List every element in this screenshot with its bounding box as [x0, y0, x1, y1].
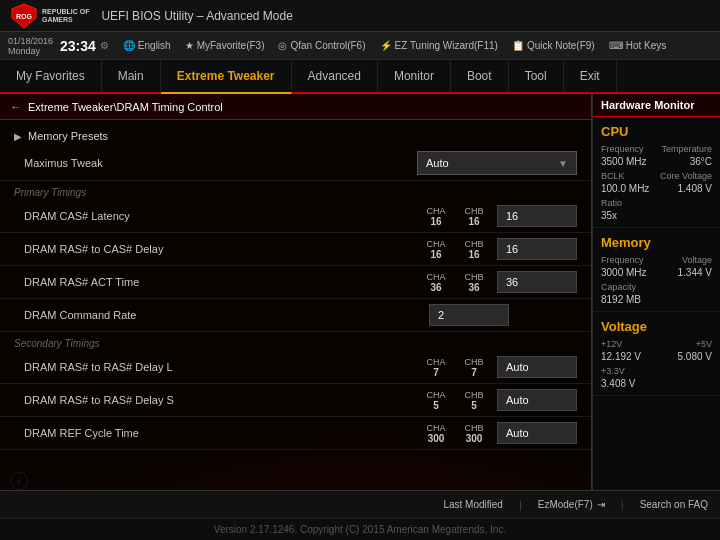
nav-main[interactable]: Main: [102, 60, 161, 92]
hw-cpu-freq-val-row: 3500 MHz 36°C: [601, 156, 712, 167]
dram-cas-value[interactable]: 16: [497, 205, 577, 227]
myfavorite-button[interactable]: ★ MyFavorite(F3): [185, 40, 265, 51]
nav-extreme-tweaker[interactable]: Extreme Tweaker: [161, 60, 292, 94]
hw-monitor-panel: Hardware Monitor CPU Frequency Temperatu…: [592, 94, 720, 490]
hw-v12-row: +12V +5V: [601, 339, 712, 349]
hw-bclk-label: BCLK: [601, 171, 625, 181]
dram-ras-act-value[interactable]: 36: [497, 271, 577, 293]
nav-tool[interactable]: Tool: [509, 60, 564, 92]
dropdown-arrow-icon: ▼: [558, 158, 568, 169]
ezmode-arrow-icon: ⇥: [597, 499, 605, 510]
hw-cpu-temp-value: 36°C: [690, 156, 712, 167]
nav-extreme-tweaker-label: Extreme Tweaker: [177, 69, 275, 83]
maximus-tweak-label: Maximus Tweak: [24, 157, 417, 169]
dram-ras-ras-s-label: DRAM RAS# to RAS# Delay S: [24, 394, 421, 406]
hw-ratio-label: Ratio: [601, 198, 622, 208]
top-bar: ROG REPUBLIC OF GAMERS UEFI BIOS Utility…: [0, 0, 720, 32]
dram-cmd-rate-value[interactable]: 2: [429, 304, 509, 326]
nav-exit[interactable]: Exit: [564, 60, 617, 92]
dram-ref-cycle-control: CHA 300 CHB 300 Auto: [421, 422, 577, 444]
maximus-tweak-dropdown[interactable]: Auto ▼: [417, 151, 577, 175]
secondary-timings-label: Secondary Timings: [0, 332, 591, 351]
bottom-bar: Last Modified | EzMode(F7) ⇥ | Search on…: [0, 490, 720, 518]
primary-timings-label: Primary Timings: [0, 181, 591, 200]
ezmode-button[interactable]: EzMode(F7) ⇥: [538, 499, 605, 510]
maximus-tweak-value: Auto: [426, 157, 449, 169]
dram-ras-ras-s-chb-info: CHB 5: [459, 390, 489, 411]
search-faq-button[interactable]: Search on FAQ: [640, 499, 708, 510]
nav-boot[interactable]: Boot: [451, 60, 509, 92]
quicknote-button[interactable]: 📋 Quick Note(F9): [512, 40, 595, 51]
hw-v33-value: 3.408 V: [601, 378, 635, 389]
memory-presets-section[interactable]: ▶ Memory Presets: [0, 126, 591, 146]
quicknote-label: Quick Note(F9): [527, 40, 595, 51]
qfan-button[interactable]: ◎ Qfan Control(F6): [278, 40, 365, 51]
eztuning-button[interactable]: ⚡ EZ Tuning Wizard(F11): [380, 40, 498, 51]
hw-cpu-title: CPU: [601, 121, 712, 142]
footer-text: Version 2.17.1246. Copyright (C) 2015 Am…: [214, 524, 506, 535]
dram-ras-cas-value[interactable]: 16: [497, 238, 577, 260]
hw-v5-label: +5V: [696, 339, 712, 349]
hw-bclk-val-row: 100.0 MHz 1.408 V: [601, 183, 712, 194]
hw-mem-cap-val-row: 8192 MB: [601, 294, 712, 305]
dram-cmd-rate-control: 2: [429, 304, 577, 326]
nav-my-favorites[interactable]: My Favorites: [0, 60, 102, 92]
maximus-tweak-control: Auto ▼: [417, 151, 577, 175]
dram-ras-ras-l-value[interactable]: Auto: [497, 356, 577, 378]
dram-cas-cha-info: CHA 16: [421, 206, 451, 227]
dram-ref-cycle-row: DRAM REF Cycle Time CHA 300 CHB 300 Auto: [0, 417, 591, 450]
republic-text: REPUBLIC OF: [42, 8, 89, 16]
dram-ras-cas-row: DRAM RAS# to CAS# Delay CHA 16 CHB 16 16: [0, 233, 591, 266]
dram-cmd-rate-label: DRAM Command Rate: [24, 309, 429, 321]
dram-ras-ras-l-cha-info: CHA 7: [421, 357, 451, 378]
myfavorite-label: MyFavorite(F3): [197, 40, 265, 51]
dram-ref-cycle-value[interactable]: Auto: [497, 422, 577, 444]
hw-voltage-section: Voltage +12V +5V 12.192 V 5.080 V +3.3V …: [593, 312, 720, 396]
hw-monitor-title: Hardware Monitor: [601, 99, 695, 111]
hw-mem-freq-label: Frequency: [601, 255, 644, 265]
hw-bclk-row: BCLK Core Voltage: [601, 171, 712, 181]
content-area: ▶ Memory Presets Maximus Tweak Auto ▼ Pr…: [0, 120, 591, 456]
gamers-text: GAMERS: [42, 16, 89, 24]
hw-ratio-value: 35x: [601, 210, 617, 221]
globe-icon: 🌐: [123, 40, 135, 51]
nav-advanced[interactable]: Advanced: [292, 60, 378, 92]
dram-cas-control: CHA 16 CHB 16 16: [421, 205, 577, 227]
nav-tool-label: Tool: [525, 69, 547, 83]
search-faq-label: Search on FAQ: [640, 499, 708, 510]
dram-ras-cas-chb-info: CHB 16: [459, 239, 489, 260]
hotkeys-button[interactable]: ⌨ Hot Keys: [609, 40, 667, 51]
nav-monitor[interactable]: Monitor: [378, 60, 451, 92]
dram-ras-ras-s-value[interactable]: Auto: [497, 389, 577, 411]
hw-mem-freq-val-row: 3000 MHz 1.344 V: [601, 267, 712, 278]
hw-ratio-val-row: 35x: [601, 210, 712, 221]
date-text: 01/18/2016Monday: [8, 36, 53, 56]
hw-v33-label: +3.3V: [601, 366, 625, 376]
breadcrumb-text: Extreme Tweaker\DRAM Timing Control: [28, 101, 223, 113]
datetime-display: 01/18/2016Monday 23:34 ⚙: [8, 36, 109, 56]
dram-cmd-rate-row: DRAM Command Rate 2: [0, 299, 591, 332]
nav-bar: My Favorites Main Extreme Tweaker Advanc…: [0, 60, 720, 94]
main-content: ← Extreme Tweaker\DRAM Timing Control ▶ …: [0, 94, 720, 490]
nav-main-label: Main: [118, 69, 144, 83]
last-modified-item: Last Modified: [443, 499, 502, 510]
hw-memory-title: Memory: [601, 232, 712, 253]
hw-core-volt-value: 1.408 V: [678, 183, 712, 194]
dram-ras-cas-cha-info: CHA 16: [421, 239, 451, 260]
hw-mem-cap-label: Capacity: [601, 282, 636, 292]
hw-core-volt-label: Core Voltage: [660, 171, 712, 181]
hotkeys-label: Hot Keys: [626, 40, 667, 51]
language-button[interactable]: 🌐 English: [123, 40, 171, 51]
hw-monitor-header: Hardware Monitor: [593, 94, 720, 117]
language-label: English: [138, 40, 171, 51]
rog-shield-icon: ROG: [10, 2, 38, 30]
note-icon: 📋: [512, 40, 524, 51]
hw-v12-value: 12.192 V: [601, 351, 641, 362]
maximus-tweak-row: Maximus Tweak Auto ▼: [0, 146, 591, 181]
dram-ras-cas-label: DRAM RAS# to CAS# Delay: [24, 243, 421, 255]
back-arrow-icon[interactable]: ←: [10, 100, 22, 114]
gear-icon[interactable]: ⚙: [100, 40, 109, 51]
dram-ras-ras-s-row: DRAM RAS# to RAS# Delay S CHA 5 CHB 5 Au…: [0, 384, 591, 417]
section-expand-icon: ▶: [14, 131, 22, 142]
lightning-icon: ⚡: [380, 40, 392, 51]
